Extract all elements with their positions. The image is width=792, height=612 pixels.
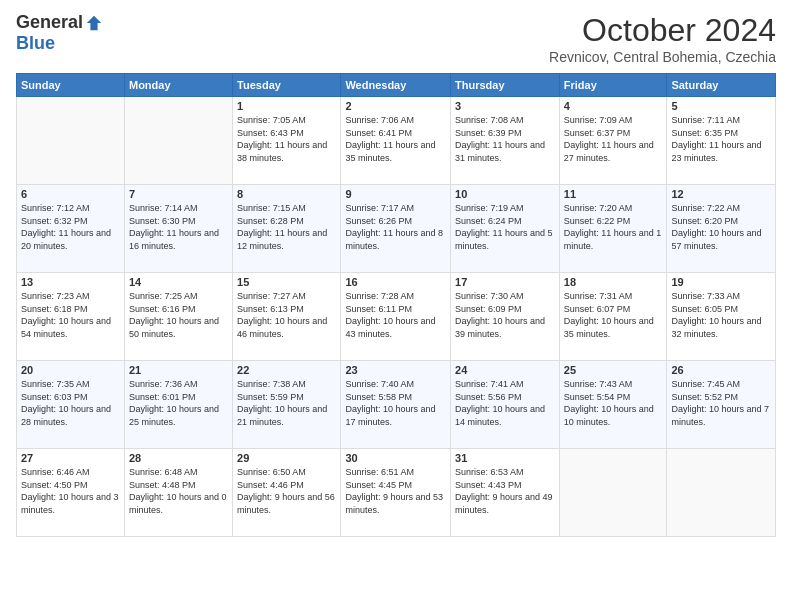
calendar-cell: 10Sunrise: 7:19 AM Sunset: 6:24 PM Dayli… bbox=[451, 185, 560, 273]
day-header-friday: Friday bbox=[559, 74, 667, 97]
calendar-cell: 8Sunrise: 7:15 AM Sunset: 6:28 PM Daylig… bbox=[233, 185, 341, 273]
day-info: Sunrise: 7:40 AM Sunset: 5:58 PM Dayligh… bbox=[345, 378, 446, 428]
day-info: Sunrise: 7:08 AM Sunset: 6:39 PM Dayligh… bbox=[455, 114, 555, 164]
day-info: Sunrise: 7:43 AM Sunset: 5:54 PM Dayligh… bbox=[564, 378, 663, 428]
day-info: Sunrise: 7:28 AM Sunset: 6:11 PM Dayligh… bbox=[345, 290, 446, 340]
calendar-cell bbox=[17, 97, 125, 185]
header: General Blue October 2024 Revnicov, Cent… bbox=[16, 12, 776, 65]
week-row-4: 27Sunrise: 6:46 AM Sunset: 4:50 PM Dayli… bbox=[17, 449, 776, 537]
day-number: 29 bbox=[237, 452, 336, 464]
month-title: October 2024 bbox=[549, 12, 776, 49]
day-info: Sunrise: 7:27 AM Sunset: 6:13 PM Dayligh… bbox=[237, 290, 336, 340]
day-number: 12 bbox=[671, 188, 771, 200]
day-info: Sunrise: 7:35 AM Sunset: 6:03 PM Dayligh… bbox=[21, 378, 120, 428]
page: General Blue October 2024 Revnicov, Cent… bbox=[0, 0, 792, 612]
day-info: Sunrise: 7:12 AM Sunset: 6:32 PM Dayligh… bbox=[21, 202, 120, 252]
day-info: Sunrise: 7:19 AM Sunset: 6:24 PM Dayligh… bbox=[455, 202, 555, 252]
calendar-cell bbox=[124, 97, 232, 185]
logo-general-text: General bbox=[16, 12, 83, 33]
day-number: 2 bbox=[345, 100, 446, 112]
day-info: Sunrise: 7:05 AM Sunset: 6:43 PM Dayligh… bbox=[237, 114, 336, 164]
day-number: 22 bbox=[237, 364, 336, 376]
week-row-2: 13Sunrise: 7:23 AM Sunset: 6:18 PM Dayli… bbox=[17, 273, 776, 361]
day-number: 9 bbox=[345, 188, 446, 200]
subtitle: Revnicov, Central Bohemia, Czechia bbox=[549, 49, 776, 65]
calendar-cell: 7Sunrise: 7:14 AM Sunset: 6:30 PM Daylig… bbox=[124, 185, 232, 273]
calendar-cell: 15Sunrise: 7:27 AM Sunset: 6:13 PM Dayli… bbox=[233, 273, 341, 361]
day-number: 6 bbox=[21, 188, 120, 200]
calendar-cell: 19Sunrise: 7:33 AM Sunset: 6:05 PM Dayli… bbox=[667, 273, 776, 361]
calendar-cell: 26Sunrise: 7:45 AM Sunset: 5:52 PM Dayli… bbox=[667, 361, 776, 449]
calendar-cell: 24Sunrise: 7:41 AM Sunset: 5:56 PM Dayli… bbox=[451, 361, 560, 449]
week-row-3: 20Sunrise: 7:35 AM Sunset: 6:03 PM Dayli… bbox=[17, 361, 776, 449]
svg-marker-0 bbox=[87, 15, 101, 29]
day-number: 7 bbox=[129, 188, 228, 200]
day-number: 21 bbox=[129, 364, 228, 376]
day-info: Sunrise: 7:23 AM Sunset: 6:18 PM Dayligh… bbox=[21, 290, 120, 340]
day-info: Sunrise: 7:15 AM Sunset: 6:28 PM Dayligh… bbox=[237, 202, 336, 252]
day-info: Sunrise: 7:36 AM Sunset: 6:01 PM Dayligh… bbox=[129, 378, 228, 428]
day-number: 1 bbox=[237, 100, 336, 112]
day-number: 18 bbox=[564, 276, 663, 288]
day-header-thursday: Thursday bbox=[451, 74, 560, 97]
day-number: 27 bbox=[21, 452, 120, 464]
day-number: 13 bbox=[21, 276, 120, 288]
day-info: Sunrise: 7:25 AM Sunset: 6:16 PM Dayligh… bbox=[129, 290, 228, 340]
title-section: October 2024 Revnicov, Central Bohemia, … bbox=[549, 12, 776, 65]
logo-icon bbox=[85, 14, 103, 32]
day-number: 19 bbox=[671, 276, 771, 288]
calendar: SundayMondayTuesdayWednesdayThursdayFrid… bbox=[16, 73, 776, 537]
day-number: 24 bbox=[455, 364, 555, 376]
day-info: Sunrise: 6:53 AM Sunset: 4:43 PM Dayligh… bbox=[455, 466, 555, 516]
day-number: 11 bbox=[564, 188, 663, 200]
logo: General Blue bbox=[16, 12, 103, 54]
calendar-cell: 17Sunrise: 7:30 AM Sunset: 6:09 PM Dayli… bbox=[451, 273, 560, 361]
calendar-cell: 9Sunrise: 7:17 AM Sunset: 6:26 PM Daylig… bbox=[341, 185, 451, 273]
day-number: 5 bbox=[671, 100, 771, 112]
day-number: 14 bbox=[129, 276, 228, 288]
calendar-cell bbox=[559, 449, 667, 537]
week-row-0: 1Sunrise: 7:05 AM Sunset: 6:43 PM Daylig… bbox=[17, 97, 776, 185]
calendar-cell: 3Sunrise: 7:08 AM Sunset: 6:39 PM Daylig… bbox=[451, 97, 560, 185]
day-info: Sunrise: 6:46 AM Sunset: 4:50 PM Dayligh… bbox=[21, 466, 120, 516]
calendar-cell: 16Sunrise: 7:28 AM Sunset: 6:11 PM Dayli… bbox=[341, 273, 451, 361]
day-number: 8 bbox=[237, 188, 336, 200]
day-number: 15 bbox=[237, 276, 336, 288]
day-number: 10 bbox=[455, 188, 555, 200]
day-number: 31 bbox=[455, 452, 555, 464]
day-info: Sunrise: 6:51 AM Sunset: 4:45 PM Dayligh… bbox=[345, 466, 446, 516]
day-header-sunday: Sunday bbox=[17, 74, 125, 97]
calendar-cell: 2Sunrise: 7:06 AM Sunset: 6:41 PM Daylig… bbox=[341, 97, 451, 185]
week-row-1: 6Sunrise: 7:12 AM Sunset: 6:32 PM Daylig… bbox=[17, 185, 776, 273]
calendar-cell: 13Sunrise: 7:23 AM Sunset: 6:18 PM Dayli… bbox=[17, 273, 125, 361]
day-number: 4 bbox=[564, 100, 663, 112]
day-number: 28 bbox=[129, 452, 228, 464]
calendar-cell: 12Sunrise: 7:22 AM Sunset: 6:20 PM Dayli… bbox=[667, 185, 776, 273]
day-info: Sunrise: 6:48 AM Sunset: 4:48 PM Dayligh… bbox=[129, 466, 228, 516]
day-info: Sunrise: 7:41 AM Sunset: 5:56 PM Dayligh… bbox=[455, 378, 555, 428]
day-header-monday: Monday bbox=[124, 74, 232, 97]
day-info: Sunrise: 7:38 AM Sunset: 5:59 PM Dayligh… bbox=[237, 378, 336, 428]
day-info: Sunrise: 7:45 AM Sunset: 5:52 PM Dayligh… bbox=[671, 378, 771, 428]
day-number: 26 bbox=[671, 364, 771, 376]
calendar-cell: 31Sunrise: 6:53 AM Sunset: 4:43 PM Dayli… bbox=[451, 449, 560, 537]
calendar-cell: 23Sunrise: 7:40 AM Sunset: 5:58 PM Dayli… bbox=[341, 361, 451, 449]
day-header-wednesday: Wednesday bbox=[341, 74, 451, 97]
calendar-cell: 29Sunrise: 6:50 AM Sunset: 4:46 PM Dayli… bbox=[233, 449, 341, 537]
day-info: Sunrise: 7:11 AM Sunset: 6:35 PM Dayligh… bbox=[671, 114, 771, 164]
calendar-cell: 25Sunrise: 7:43 AM Sunset: 5:54 PM Dayli… bbox=[559, 361, 667, 449]
day-info: Sunrise: 6:50 AM Sunset: 4:46 PM Dayligh… bbox=[237, 466, 336, 516]
day-number: 20 bbox=[21, 364, 120, 376]
logo-blue-text: Blue bbox=[16, 33, 55, 54]
calendar-cell: 21Sunrise: 7:36 AM Sunset: 6:01 PM Dayli… bbox=[124, 361, 232, 449]
day-number: 25 bbox=[564, 364, 663, 376]
calendar-cell: 20Sunrise: 7:35 AM Sunset: 6:03 PM Dayli… bbox=[17, 361, 125, 449]
day-info: Sunrise: 7:33 AM Sunset: 6:05 PM Dayligh… bbox=[671, 290, 771, 340]
calendar-cell: 30Sunrise: 6:51 AM Sunset: 4:45 PM Dayli… bbox=[341, 449, 451, 537]
day-info: Sunrise: 7:14 AM Sunset: 6:30 PM Dayligh… bbox=[129, 202, 228, 252]
calendar-cell: 1Sunrise: 7:05 AM Sunset: 6:43 PM Daylig… bbox=[233, 97, 341, 185]
day-header-tuesday: Tuesday bbox=[233, 74, 341, 97]
day-info: Sunrise: 7:09 AM Sunset: 6:37 PM Dayligh… bbox=[564, 114, 663, 164]
day-info: Sunrise: 7:06 AM Sunset: 6:41 PM Dayligh… bbox=[345, 114, 446, 164]
day-info: Sunrise: 7:17 AM Sunset: 6:26 PM Dayligh… bbox=[345, 202, 446, 252]
